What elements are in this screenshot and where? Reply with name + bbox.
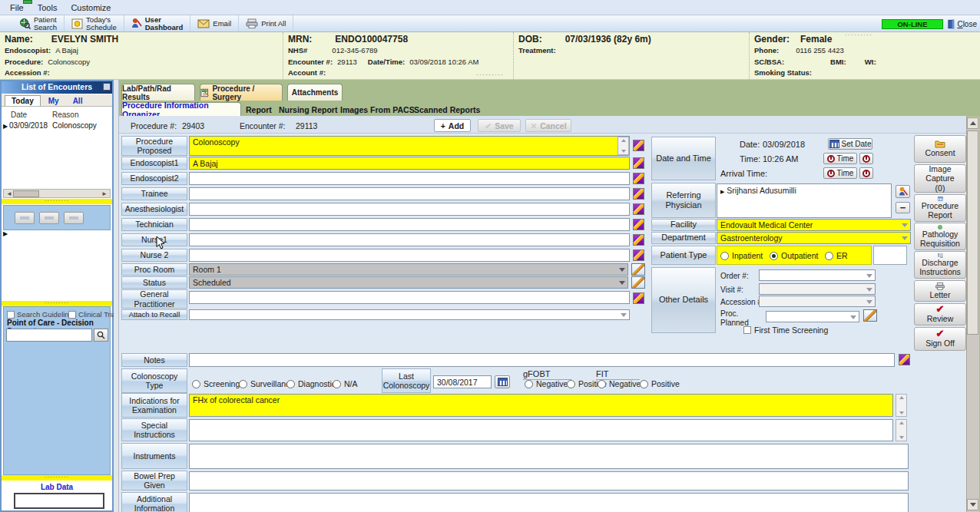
fit-negative[interactable]: Negative: [598, 379, 641, 388]
indications-spinner[interactable]: [896, 394, 907, 417]
scroll-thumb[interactable]: [967, 130, 978, 335]
indications-field[interactable]: FHx of colorectal cancer: [189, 394, 893, 417]
user-dashboard-button[interactable]: User Dashboard: [124, 15, 191, 31]
tab-today[interactable]: Today: [5, 95, 41, 106]
surveillance-radio[interactable]: [239, 380, 247, 388]
general-practitioner-lookup-icon[interactable]: [633, 292, 644, 304]
sidebar-pin-icon[interactable]: [103, 83, 111, 91]
attach-to-recall-select[interactable]: [189, 309, 630, 320]
splitter-1[interactable]: ·········: [2, 199, 112, 204]
close-button[interactable]: Close: [948, 18, 977, 30]
general-practitioner-field[interactable]: [189, 291, 630, 304]
header-grip[interactable]: ·········: [476, 73, 504, 76]
inpatient-radio[interactable]: [720, 252, 729, 260]
last-colonoscopy-calendar-button[interactable]: [495, 375, 510, 388]
splitter-2[interactable]: ·········: [2, 301, 112, 306]
add-button[interactable]: Add: [434, 119, 471, 132]
tab-lab-path-rad[interactable]: Lab/Path/Rad Results: [121, 84, 195, 101]
last-colonoscopy-field[interactable]: 30/08/2017: [433, 375, 492, 388]
email-button[interactable]: Email: [190, 15, 239, 31]
additional-information-field[interactable]: [189, 493, 909, 512]
visit-number-field[interactable]: [759, 283, 876, 295]
endoscopist1-lookup-icon[interactable]: [633, 157, 644, 169]
first-time-screening-checkbox[interactable]: [743, 326, 751, 334]
menu-customize[interactable]: Customize: [64, 2, 118, 14]
pathology-requisition-button[interactable]: Pathology Requisition: [914, 223, 966, 250]
endoscopist1-field[interactable]: A Bajaj: [189, 157, 630, 170]
na-radio[interactable]: [333, 380, 341, 388]
nurse1-lookup-icon[interactable]: [633, 234, 644, 246]
endoscopist2-lookup-icon[interactable]: [633, 173, 644, 184]
department-select[interactable]: Gastroenterology: [717, 232, 911, 244]
search-guidelines-checkbox[interactable]: [7, 311, 15, 319]
patient-type-inpatient[interactable]: Inpatient: [720, 251, 763, 260]
anesthesiologist-field[interactable]: [189, 203, 630, 216]
status-edit-icon[interactable]: [631, 276, 645, 289]
patient-type-outpatient[interactable]: Outpatient: [770, 251, 818, 260]
nurse2-lookup-icon[interactable]: [633, 249, 644, 261]
mini-button-2[interactable]: [39, 212, 59, 224]
gfobt-negative-radio[interactable]: [525, 380, 533, 388]
subtab-images-pacs[interactable]: Images From PACS: [340, 105, 415, 114]
add-physician-button[interactable]: [896, 185, 910, 198]
screening-radio[interactable]: [192, 380, 200, 388]
tab-all[interactable]: All: [67, 96, 89, 106]
special-instructions-field[interactable]: [189, 419, 893, 441]
scroll-up-arrow[interactable]: [967, 117, 978, 129]
proc-room-select[interactable]: Room 1: [189, 263, 628, 276]
bowel-prep-field[interactable]: [189, 471, 909, 491]
procedure-proposed-field[interactable]: Colonoscopy: [189, 136, 630, 156]
subtab-nursing-report[interactable]: Nursing Report: [279, 105, 337, 114]
mini-button-3[interactable]: [64, 212, 84, 224]
ctype-diagnostic[interactable]: Diagnostic: [286, 379, 336, 388]
trainee-field[interactable]: [189, 187, 630, 200]
subtab-procedure-info-organizer[interactable]: Procedure Information Organizer: [121, 102, 241, 116]
technician-lookup-icon[interactable]: [633, 219, 644, 230]
patient-search-button[interactable]: Patient Search: [12, 15, 65, 31]
fit-positive[interactable]: Positive: [640, 379, 680, 388]
arrival-time-button[interactable]: Time: [823, 167, 857, 179]
consent-button[interactable]: Consent: [914, 135, 966, 163]
diagnostic-radio[interactable]: [286, 380, 295, 388]
accession-number-field[interactable]: [759, 296, 876, 307]
time-button[interactable]: Time: [823, 153, 857, 164]
sidebar-splitter[interactable]: [114, 80, 119, 512]
print-all-button[interactable]: Print All: [239, 15, 293, 31]
subtab-scanned-reports[interactable]: Scanned Reports: [414, 105, 480, 114]
save-button[interactable]: Save: [478, 119, 521, 132]
expand-marker-icon[interactable]: ▶: [3, 230, 8, 237]
anesthesiologist-lookup-icon[interactable]: [633, 203, 644, 215]
sign-off-button[interactable]: ✔ Sign Off: [914, 327, 966, 351]
status-select[interactable]: Scheduled: [189, 276, 628, 289]
poc-search-button[interactable]: [94, 329, 108, 342]
proc-planned-edit-icon[interactable]: [863, 309, 877, 322]
hscroll-thumb[interactable]: [13, 190, 39, 197]
letter-button[interactable]: Letter: [914, 280, 966, 302]
clinical-trials-checkbox[interactable]: [68, 311, 76, 319]
nurse2-field[interactable]: [189, 249, 630, 262]
notes-field[interactable]: [189, 353, 895, 367]
procedure-report-button[interactable]: Procedure Report: [914, 194, 966, 222]
instruments-field[interactable]: [189, 444, 909, 469]
facility-select[interactable]: Endovault Medical Center: [717, 219, 911, 231]
todays-schedule-button[interactable]: Today's Schedule: [65, 15, 124, 31]
notes-lookup-icon[interactable]: [899, 354, 910, 365]
time-now-button[interactable]: [859, 153, 873, 164]
cancel-button[interactable]: Cancel: [525, 119, 571, 132]
referring-physician-box[interactable]: ▶ Srijhansi Adusumilli: [717, 183, 892, 218]
trainee-lookup-icon[interactable]: [633, 188, 644, 200]
image-capture-button[interactable]: Image Capture (0): [914, 164, 966, 193]
tab-my[interactable]: My: [42, 96, 65, 106]
remove-physician-button[interactable]: −: [896, 202, 910, 213]
lab-data-link[interactable]: Lab Data: [2, 483, 112, 491]
encounter-row-date[interactable]: 03/09/2018: [9, 121, 48, 130]
subtab-report[interactable]: Report: [246, 105, 272, 114]
special-instructions-spinner[interactable]: [896, 419, 907, 441]
first-time-screening-option[interactable]: First Time Screening: [743, 325, 828, 335]
encounter-row-reason[interactable]: Colonoscopy: [52, 121, 97, 130]
menu-tools[interactable]: Tools: [31, 2, 65, 14]
er-radio[interactable]: [825, 252, 833, 260]
outpatient-radio[interactable]: [770, 252, 778, 260]
poc-search-input[interactable]: [6, 329, 92, 342]
mini-button-1[interactable]: [15, 212, 35, 224]
